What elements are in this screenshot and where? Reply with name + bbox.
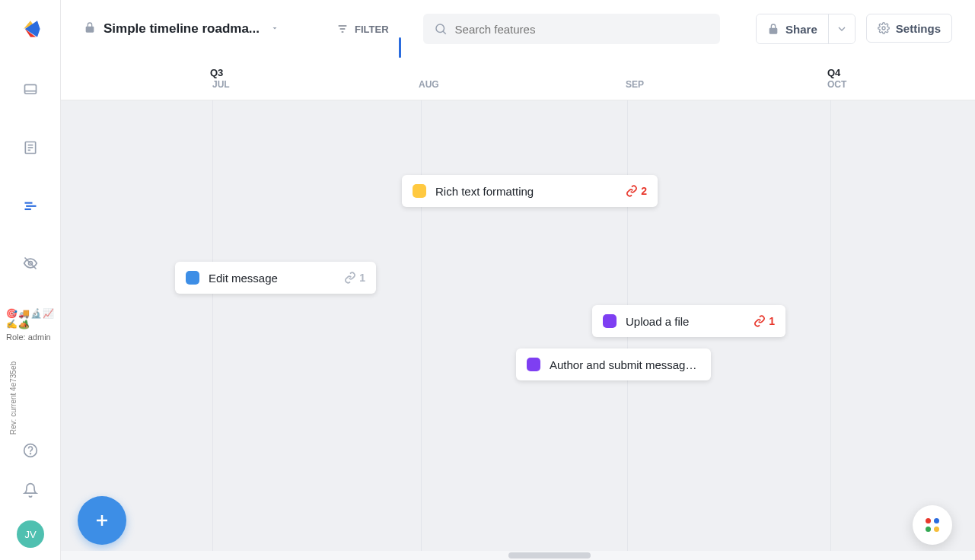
chat-dots-icon — [926, 518, 939, 532]
card-color-swatch — [186, 271, 199, 285]
chevron-down-icon[interactable] — [270, 22, 279, 36]
nav-board-icon[interactable] — [21, 81, 40, 99]
share-button-group: Share — [756, 14, 856, 44]
timeline-card[interactable]: Rich text formatting2 — [402, 175, 658, 207]
card-title: Author and submit message ... — [550, 358, 700, 371]
roadmap-title: Simple timeline roadma... — [104, 21, 260, 37]
app-logo[interactable] — [17, 15, 44, 43]
gear-icon — [878, 22, 890, 34]
timeline-canvas[interactable]: Rich text formatting2Edit message1Upload… — [61, 100, 975, 551]
search-input[interactable] — [455, 23, 709, 36]
settings-button[interactable]: Settings — [866, 14, 952, 43]
chat-widget[interactable] — [913, 505, 952, 545]
timeline-header: Q3Q4 JULAUGSEPOCT — [61, 58, 975, 100]
settings-label: Settings — [896, 22, 941, 35]
svg-line-20 — [443, 31, 446, 34]
month-label: AUG — [419, 79, 439, 90]
search-box[interactable] — [423, 14, 720, 44]
timeline-card[interactable]: Author and submit message ... — [516, 348, 711, 380]
timeline-card[interactable]: Edit message1 — [175, 262, 376, 294]
share-label: Share — [785, 23, 817, 36]
notifications-icon[interactable] — [21, 481, 40, 499]
search-icon — [434, 22, 448, 36]
quarter-label: Q4 — [827, 67, 840, 78]
svg-rect-3 — [24, 84, 36, 94]
help-icon[interactable] — [21, 441, 40, 460]
share-button[interactable]: Share — [757, 14, 828, 43]
card-link-count[interactable]: 1 — [754, 315, 775, 327]
month-label: OCT — [827, 79, 846, 90]
card-link-count[interactable]: 2 — [626, 185, 647, 197]
gridline — [421, 100, 422, 551]
nav-timeline-icon[interactable] — [21, 196, 40, 215]
card-title: Edit message — [209, 272, 335, 285]
card-title: Rich text formatting — [435, 185, 617, 198]
filter-label: FILTER — [355, 24, 389, 35]
share-dropdown-button[interactable] — [829, 14, 855, 43]
left-sidebar: 🎯🚚🔬📈 ✍️🏕️ Role: admin Rev: current 4e735… — [0, 0, 61, 560]
revision-label: Rev: current 4e735eb — [9, 361, 18, 434]
svg-point-15 — [30, 453, 31, 454]
timeline-card[interactable]: Upload a file1 — [592, 305, 785, 337]
gridline — [830, 100, 831, 551]
nav-docs-icon[interactable] — [21, 138, 40, 157]
nav-hidden-icon[interactable] — [21, 254, 40, 272]
horizontal-scrollbar[interactable] — [61, 551, 975, 560]
today-indicator — [399, 37, 401, 58]
user-avatar[interactable]: JV — [17, 520, 44, 548]
filter-button[interactable]: FILTER — [336, 23, 389, 35]
month-label: SEP — [626, 79, 644, 90]
gridline — [212, 100, 213, 551]
chevron-down-icon — [836, 23, 848, 35]
quarter-label: Q3 — [210, 67, 223, 78]
roadmap-title-group[interactable]: Simple timeline roadma... — [84, 21, 279, 37]
scrollbar-thumb[interactable] — [508, 552, 591, 558]
card-color-swatch — [527, 358, 540, 371]
month-label: JUL — [212, 79, 230, 90]
svg-point-21 — [882, 27, 885, 30]
card-link-count[interactable]: 1 — [344, 272, 365, 284]
add-feature-fab[interactable] — [78, 496, 126, 545]
debug-panel: 🎯🚚🔬📈 ✍️🏕️ Role: admin — [6, 308, 55, 342]
card-color-swatch — [603, 314, 617, 328]
svg-point-19 — [436, 24, 444, 33]
plus-icon — [93, 511, 111, 530]
card-title: Upload a file — [626, 315, 744, 328]
lock-icon — [767, 23, 779, 35]
card-color-swatch — [413, 184, 426, 198]
lock-icon — [84, 21, 96, 37]
top-bar: Simple timeline roadma... FILTER Share S… — [61, 0, 975, 58]
